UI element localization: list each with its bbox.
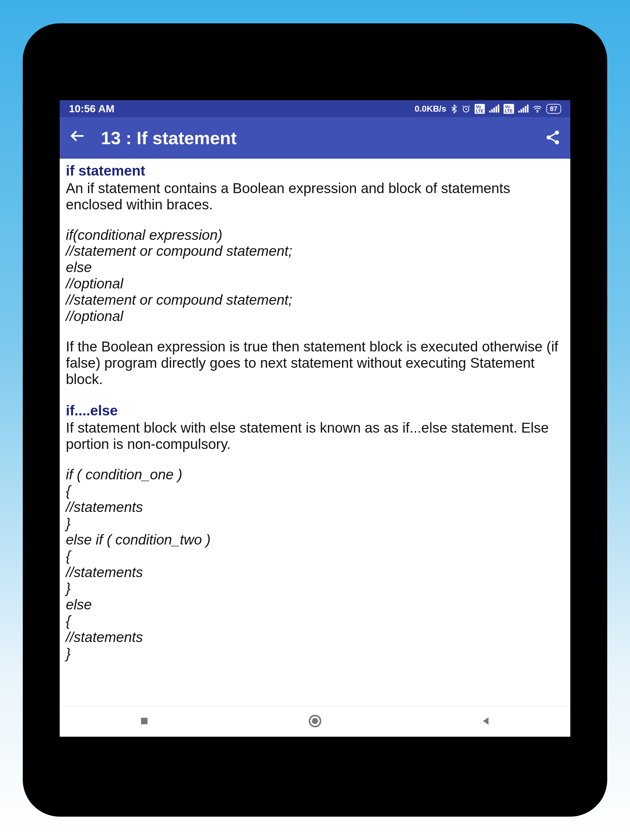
code-line: { [66, 613, 564, 629]
code-line: //statements [66, 564, 564, 581]
code-line: if(conditional expression) [66, 227, 564, 243]
code-line: else [66, 597, 564, 613]
data-rate: 0.0KB/s [415, 104, 446, 114]
svg-point-4 [555, 140, 559, 145]
code-line: //statement or compound statement; [66, 292, 564, 308]
navigation-bar [60, 706, 570, 737]
heading-if-statement: if statement [66, 162, 564, 180]
code-line: //statements [66, 629, 564, 645]
text-if-explain: If the Boolean expression is true then s… [66, 338, 564, 387]
status-right: 0.0KB/s VoLTE VoLTE [415, 104, 561, 114]
svg-point-1 [537, 111, 538, 112]
back-nav-button[interactable] [480, 715, 491, 728]
code-line: { [66, 548, 564, 564]
code-line: else [66, 259, 564, 275]
home-button[interactable] [308, 714, 322, 729]
content-area[interactable]: if statement An if statement contains a … [60, 159, 570, 706]
code-line: else if ( condition_two ) [66, 532, 564, 548]
code-line: { [66, 483, 564, 499]
code-line: if ( condition_one ) [66, 466, 564, 483]
svg-point-7 [312, 718, 318, 724]
back-button[interactable] [69, 127, 85, 148]
svg-point-3 [547, 135, 551, 140]
code-line: //statements [66, 499, 564, 515]
volte-icon-1: VoLTE [475, 104, 485, 114]
code-line: } [66, 645, 564, 662]
code-line: //optional [66, 275, 564, 292]
battery-icon: 87 [546, 104, 561, 114]
signal-icon-1 [489, 105, 499, 112]
screen: 10:56 AM 0.0KB/s VoLTE VoLTE [60, 100, 570, 737]
share-button[interactable] [545, 129, 561, 147]
text-ifelse-intro: If statement block with else statement i… [66, 420, 564, 452]
code-line: //optional [66, 308, 564, 324]
recent-apps-button[interactable] [139, 715, 150, 728]
alarm-icon [462, 104, 470, 113]
status-time: 10:56 AM [69, 103, 114, 115]
page-title: 13 : If statement [101, 128, 529, 148]
battery-level: 87 [550, 105, 557, 112]
signal-icon-2 [518, 105, 529, 112]
text-if-intro: An if statement contains a Boolean expre… [66, 180, 564, 213]
code-line: } [66, 515, 564, 532]
device-frame: 10:56 AM 0.0KB/s VoLTE VoLTE [23, 24, 607, 816]
svg-point-2 [555, 130, 559, 135]
volte-icon-2: VoLTE [503, 104, 514, 114]
svg-rect-5 [141, 718, 147, 724]
status-bar: 10:56 AM 0.0KB/s VoLTE VoLTE [60, 100, 570, 117]
code-line: } [66, 580, 564, 597]
code-line: //statement or compound statement; [66, 243, 564, 259]
app-bar: 13 : If statement [60, 117, 570, 159]
bluetooth-icon [451, 104, 457, 114]
wifi-icon [533, 105, 542, 112]
heading-if-else: if....else [66, 401, 564, 420]
